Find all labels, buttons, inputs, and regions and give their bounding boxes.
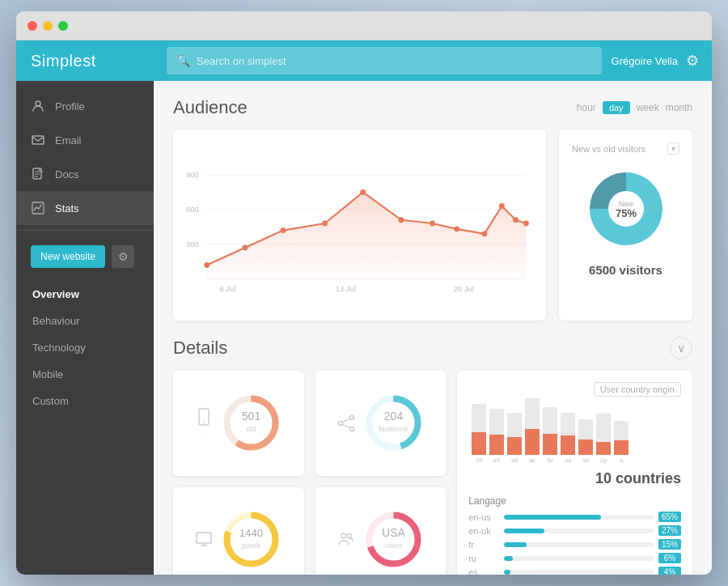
mobile-icon [195, 408, 213, 426]
svg-point-16 [399, 217, 404, 223]
bar-group-5: fu [543, 407, 557, 464]
bar-group-6: nz [561, 413, 575, 464]
maximize-button[interactable] [58, 21, 68, 31]
country-card: User country origin s5 [457, 371, 692, 575]
sidebar-actions: New website ⚙ [16, 236, 154, 278]
bar-group-9: s [614, 421, 629, 464]
svg-line-39 [342, 424, 349, 427]
visitors-panel: New vs old visitors ▾ [559, 130, 692, 321]
svg-text:600: 600 [186, 205, 199, 214]
subnav-behaviour[interactable]: Behaviour [16, 308, 154, 334]
sidebar-header: Simplest [16, 40, 154, 81]
svg-text:old: old [247, 425, 256, 433]
docs-icon [31, 167, 45, 181]
user-settings-icon[interactable]: ⚙ [686, 52, 699, 70]
subnav-mobile[interactable]: Mobile [16, 361, 154, 388]
svg-text:facebook: facebook [379, 425, 408, 433]
detail-card-facebook: 204 facebook [315, 371, 447, 476]
sidebar-item-email[interactable]: Email [16, 123, 154, 157]
svg-point-18 [454, 226, 459, 231]
svg-point-11 [204, 262, 210, 268]
time-filter-day[interactable]: day [603, 101, 630, 114]
language-section: Langage en-us 65% en-uk 27% [468, 495, 681, 575]
svg-text:pixels: pixels [242, 541, 261, 550]
svg-point-37 [349, 427, 353, 431]
close-button[interactable] [28, 21, 37, 31]
time-filter-week[interactable]: week [637, 102, 659, 113]
time-filter-month[interactable]: month [666, 102, 692, 113]
search-icon: 🔍 [176, 54, 190, 67]
pie-legend-row: New vs old visitors ▾ [572, 142, 679, 155]
share-icon [337, 414, 355, 432]
country-filter-dropdown[interactable]: User country origin [594, 382, 681, 397]
app-window: Simplest Profile [16, 11, 712, 575]
detail-card-mobile: · 501 old [173, 371, 304, 476]
audience-row: 900 600 300 [173, 130, 692, 321]
mobile-donut: 501 old [221, 393, 281, 453]
bar-group-8: 2p [596, 414, 611, 464]
topbar: 🔍 Grégoire Vella ⚙ [154, 40, 712, 81]
svg-text:300: 300 [186, 240, 199, 248]
bar-group-1: s5 [472, 404, 486, 464]
svg-rect-1 [32, 136, 44, 144]
lang-row-en-uk: en-uk 27% [468, 525, 681, 536]
country-count: 10 countries [468, 470, 681, 487]
lang-row-es: es 4% [468, 567, 681, 575]
mobile-icon-label: · [203, 431, 205, 439]
user-area: Grégoire Vella ⚙ [612, 52, 699, 70]
svg-point-51 [341, 533, 346, 538]
svg-point-30 [203, 422, 205, 423]
audience-section-header: Audience hour day week month [173, 97, 692, 118]
svg-point-14 [322, 221, 328, 227]
svg-text:501: 501 [242, 410, 261, 423]
bar-group-7: oz [578, 419, 593, 464]
details-collapse-button[interactable]: ∨ [670, 337, 692, 359]
svg-point-19 [482, 231, 488, 236]
minimize-button[interactable] [43, 21, 53, 31]
sidebar-item-docs[interactable]: Docs [16, 157, 154, 191]
subnav-technology[interactable]: Technology [16, 334, 154, 361]
svg-text:users: users [384, 541, 403, 550]
subnav-overview[interactable]: Overview [16, 281, 154, 308]
svg-text:20 Jul: 20 Jul [454, 284, 474, 293]
stats-icon [31, 201, 45, 215]
time-filters: hour day week month [577, 101, 692, 114]
lang-row-en-us: en-us 65% [468, 512, 681, 522]
details-grid: · 501 old [173, 371, 692, 575]
lang-row-ru: ru 6% [468, 553, 681, 563]
svg-point-35 [349, 415, 353, 419]
sidebar-subnav: Overview Behaviour Technology Mobile Cus… [16, 278, 154, 418]
sidebar-divider [16, 230, 154, 231]
svg-text:6 Jul: 6 Jul [220, 284, 236, 293]
svg-point-20 [499, 203, 505, 209]
svg-text:1440: 1440 [239, 527, 263, 539]
bar-group-3: s6 [507, 413, 522, 464]
audience-title: Audience [173, 97, 248, 118]
svg-point-0 [36, 101, 40, 106]
svg-point-36 [338, 421, 342, 425]
main-area: 🔍 Grégoire Vella ⚙ Audience hour day wee… [154, 40, 712, 575]
bar-group-2: s5 [489, 409, 504, 464]
svg-line-38 [342, 418, 349, 422]
svg-text:900: 900 [186, 170, 199, 179]
search-input[interactable] [197, 55, 592, 67]
svg-text:USA: USA [382, 526, 405, 539]
sidebar-label-profile: Profile [55, 100, 85, 113]
sidebar-label-stats: Stats [55, 202, 79, 214]
svg-text:75%: 75% [615, 207, 636, 219]
bar-group-4: ac [525, 398, 540, 464]
new-website-button[interactable]: New website [31, 245, 105, 268]
time-filter-hour[interactable]: hour [577, 102, 596, 113]
app-logo: Simplest [31, 52, 96, 70]
screen-icon [195, 530, 213, 548]
sidebar-item-stats[interactable]: Stats [16, 191, 154, 225]
subnav-custom[interactable]: Custom [16, 388, 154, 414]
user-name: Grégoire Vella [612, 55, 678, 67]
pixels-donut: 1440 pixels [221, 509, 281, 570]
sidebar-item-profile[interactable]: Profile [16, 89, 154, 123]
person-icon [31, 99, 45, 113]
search-bar[interactable]: 🔍 [167, 47, 602, 74]
pie-legend-dropdown[interactable]: ▾ [667, 142, 679, 155]
svg-rect-44 [197, 533, 211, 543]
sidebar-settings-button[interactable]: ⚙ [112, 245, 134, 268]
